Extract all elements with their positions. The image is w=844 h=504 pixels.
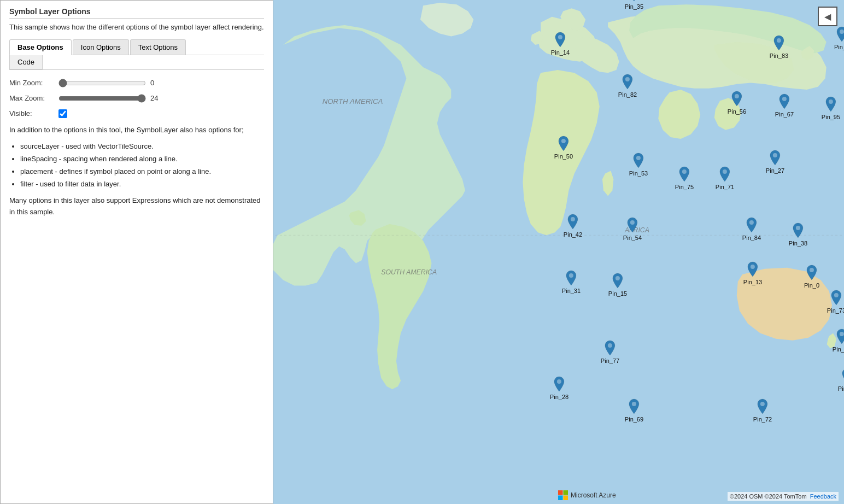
min-zoom-value: 0 [150, 79, 163, 87]
chevron-left-icon: ◀ [824, 11, 831, 22]
map-attribution: ©2024 OSM ©2024 TomTom Feedback [728, 492, 839, 501]
min-zoom-row: Min Zoom: 0 [9, 79, 264, 87]
svg-text:AFRICA: AFRICA [624, 226, 649, 234]
sub-tabs-row: Code [9, 55, 264, 70]
attribution-text: ©2024 OSM ©2024 TomTom [730, 493, 807, 500]
tab-icon-options[interactable]: Icon Options [73, 39, 129, 55]
bullet-item-0: sourceLayer - used with VectorTileSource… [20, 141, 264, 153]
sub-tab-code[interactable]: Code [9, 55, 43, 69]
max-zoom-slider[interactable] [58, 94, 146, 103]
max-zoom-label: Max Zoom: [9, 94, 58, 102]
left-panel: Symbol Layer Options This sample shows h… [0, 0, 273, 504]
tab-base-options[interactable]: Base Options [9, 39, 72, 55]
tabs-row: Base Options Icon Options Text Options [9, 39, 264, 55]
bullet-list: sourceLayer - used with VectorTileSource… [20, 141, 264, 190]
min-zoom-slider-container: 0 [58, 79, 163, 87]
bullet-item-3: filter - used to filter data in layer. [20, 179, 264, 190]
svg-text:NORTH AMERICA: NORTH AMERICA [323, 97, 383, 106]
visible-row: Visible: [9, 109, 264, 118]
tab-text-options[interactable]: Text Options [130, 39, 186, 55]
bullet-item-2: placement - defines if symbol placed on … [20, 166, 264, 178]
svg-rect-46 [558, 490, 563, 495]
svg-rect-49 [564, 496, 568, 501]
visible-checkbox[interactable] [58, 109, 67, 118]
max-zoom-row: Max Zoom: 24 [9, 94, 264, 103]
feedback-link[interactable]: Feedback [810, 493, 836, 500]
min-zoom-slider[interactable] [58, 79, 146, 87]
max-zoom-value: 24 [150, 94, 163, 102]
ms-azure-badge: Microsoft Azure [558, 490, 616, 501]
bullet-item-1: lineSpacing - spacing when rendered alon… [20, 154, 264, 165]
svg-rect-47 [564, 490, 568, 495]
panel-title: Symbol Layer Options [9, 7, 264, 19]
svg-text:SOUTH AMERICA: SOUTH AMERICA [381, 268, 437, 276]
panel-description: This sample shows how the different opti… [9, 22, 264, 33]
svg-rect-48 [558, 496, 563, 501]
min-zoom-label: Min Zoom: [9, 79, 58, 87]
map-svg: NORTH AMERICA SOUTH AMERICA AFRICA [273, 0, 844, 504]
ms-azure-label: Microsoft Azure [571, 491, 616, 499]
max-zoom-slider-container: 24 [58, 94, 163, 103]
visible-label: Visible: [9, 109, 58, 118]
map-container[interactable]: NORTH AMERICA SOUTH AMERICA AFRICA Pin_3… [273, 0, 844, 504]
info-text-2: Many options in this layer also support … [9, 195, 264, 218]
info-text-1: In addition to the options in this tool,… [9, 125, 264, 136]
microsoft-logo-icon [558, 490, 568, 501]
map-back-button[interactable]: ◀ [818, 7, 837, 26]
